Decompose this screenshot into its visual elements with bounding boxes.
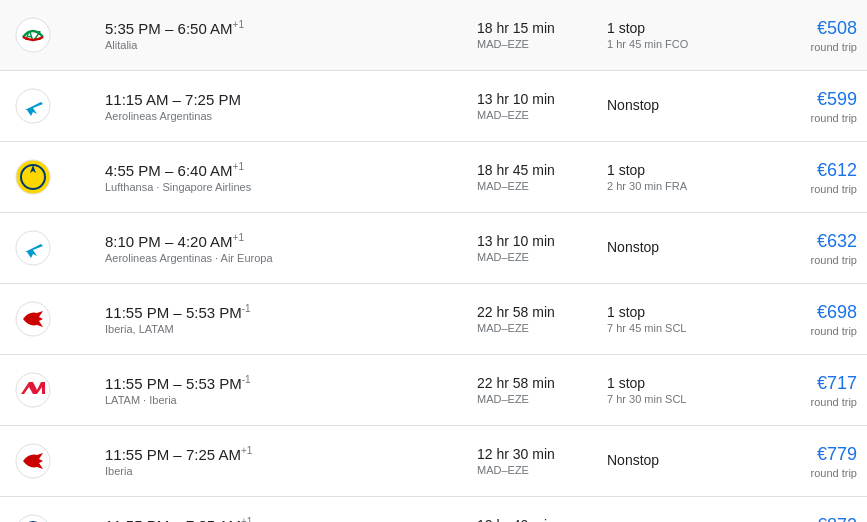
flight-price: €779 <box>757 444 857 465</box>
airline-name: Aerolineas Argentinas · Air Europa <box>105 252 477 264</box>
flight-duration: 22 hr 58 min <box>477 375 607 391</box>
flight-price: €717 <box>757 373 857 394</box>
flight-duration: 13 hr 10 min <box>477 233 607 249</box>
flight-times: 5:35 PM – 6:50 AM+1 <box>105 19 477 37</box>
flight-route: MAD–EZE <box>477 180 607 192</box>
flight-times: 8:10 PM – 4:20 AM+1 <box>105 232 477 250</box>
times-col: 11:55 PM – 5:53 PM-1 LATAM · Iberia <box>100 374 477 406</box>
stops-col: 1 stop 7 hr 30 min SCL <box>607 375 757 405</box>
airline-logo-col: AZ <box>10 12 100 58</box>
times-col: 8:10 PM – 4:20 AM+1 Aerolineas Argentina… <box>100 232 477 264</box>
airline-logo-col <box>10 225 100 271</box>
airline-logo-col <box>10 438 100 484</box>
duration-col: 18 hr 45 min MAD–EZE <box>477 162 607 192</box>
flight-row[interactable]: 11:55 PM – 5:53 PM-1 LATAM · Iberia 22 h… <box>0 355 867 426</box>
flight-duration: 18 hr 45 min <box>477 162 607 178</box>
flight-route: MAD–EZE <box>477 322 607 334</box>
price-col: €612 round trip <box>757 160 857 195</box>
flight-times: 11:55 PM – 7:35 AM+1 <box>105 516 477 522</box>
airline-name: LATAM · Iberia <box>105 394 477 406</box>
svg-point-9 <box>16 515 50 522</box>
times-col: 5:35 PM – 6:50 AM+1 Alitalia <box>100 19 477 51</box>
stops-label: 1 stop <box>607 304 757 320</box>
duration-col: 22 hr 58 min MAD–EZE <box>477 304 607 334</box>
airline-logo <box>10 154 56 200</box>
flight-row[interactable]: 11:15 AM – 7:25 PM Aerolineas Argentinas… <box>0 71 867 142</box>
stops-col: 1 stop 1 hr 45 min FCO <box>607 20 757 50</box>
airline-logo <box>10 367 56 413</box>
stops-col: 1 stop 7 hr 45 min SCL <box>607 304 757 334</box>
flight-row[interactable]: AZ 5:35 PM – 6:50 AM+1 Alitalia 18 hr 15… <box>0 0 867 71</box>
times-col: 4:55 PM – 6:40 AM+1 Lufthansa · Singapor… <box>100 161 477 193</box>
price-col: €632 round trip <box>757 231 857 266</box>
duration-col: 13 hr 10 min MAD–EZE <box>477 233 607 263</box>
price-label: round trip <box>757 467 857 479</box>
price-col: €717 round trip <box>757 373 857 408</box>
price-col: €872 round trip <box>757 515 857 523</box>
flight-route: MAD–EZE <box>477 109 607 121</box>
flight-times: 11:15 AM – 7:25 PM <box>105 91 477 108</box>
price-label: round trip <box>757 183 857 195</box>
duration-col: 12 hr 30 min MAD–EZE <box>477 446 607 476</box>
flight-route: MAD–EZE <box>477 393 607 405</box>
times-col: 11:15 AM – 7:25 PM Aerolineas Argentinas <box>100 91 477 122</box>
flight-price: €872 <box>757 515 857 523</box>
price-label: round trip <box>757 325 857 337</box>
flight-row[interactable]: 11:55 PM – 5:53 PM-1 Iberia, LATAM 22 hr… <box>0 284 867 355</box>
flight-price: €698 <box>757 302 857 323</box>
flight-price: €632 <box>757 231 857 252</box>
stops-label: 1 stop <box>607 375 757 391</box>
flight-list: AZ 5:35 PM – 6:50 AM+1 Alitalia 18 hr 15… <box>0 0 867 522</box>
duration-col: 13 hr 10 min MAD–EZE <box>477 91 607 121</box>
airline-logo-col <box>10 154 100 200</box>
airline-logo <box>10 225 56 271</box>
price-col: €779 round trip <box>757 444 857 479</box>
flight-row[interactable]: 11:55 PM – 7:25 AM+1 Iberia 12 hr 30 min… <box>0 426 867 497</box>
stops-label: 1 stop <box>607 20 757 36</box>
flight-route: MAD–EZE <box>477 464 607 476</box>
airline-logo: AZ <box>10 12 56 58</box>
stops-col: Nonstop <box>607 239 757 257</box>
flight-price: €612 <box>757 160 857 181</box>
flight-times: 11:55 PM – 5:53 PM-1 <box>105 374 477 392</box>
stops-label: Nonstop <box>607 97 757 113</box>
duration-col: 18 hr 15 min MAD–EZE <box>477 20 607 50</box>
flight-times: 11:55 PM – 7:25 AM+1 <box>105 445 477 463</box>
times-col: 11:55 PM – 5:53 PM-1 Iberia, LATAM <box>100 303 477 335</box>
stops-label: Nonstop <box>607 239 757 255</box>
airline-logo-col <box>10 367 100 413</box>
duration-col: 22 hr 58 min MAD–EZE <box>477 375 607 405</box>
price-col: €698 round trip <box>757 302 857 337</box>
flight-duration: 18 hr 15 min <box>477 20 607 36</box>
airline-name: Iberia <box>105 465 477 477</box>
flight-row[interactable]: 4:55 PM – 6:40 AM+1 Lufthansa · Singapor… <box>0 142 867 213</box>
flight-row[interactable]: 11:55 PM – 7:35 AM+1 Air Europa · Aeroli… <box>0 497 867 522</box>
stops-label: Nonstop <box>607 452 757 468</box>
flight-duration: 22 hr 58 min <box>477 304 607 320</box>
airline-name: Aerolineas Argentinas <box>105 110 477 122</box>
stops-col: 1 stop 2 hr 30 min FRA <box>607 162 757 192</box>
times-col: 11:55 PM – 7:25 AM+1 Iberia <box>100 445 477 477</box>
flight-row[interactable]: 8:10 PM – 4:20 AM+1 Aerolineas Argentina… <box>0 213 867 284</box>
airline-name: Alitalia <box>105 39 477 51</box>
flight-price: €599 <box>757 89 857 110</box>
price-label: round trip <box>757 254 857 266</box>
flight-duration: 12 hr 40 min <box>477 517 607 522</box>
airline-logo-col <box>10 509 100 522</box>
price-label: round trip <box>757 112 857 124</box>
flight-route: MAD–EZE <box>477 38 607 50</box>
flight-price: €508 <box>757 18 857 39</box>
airline-logo-col <box>10 296 100 342</box>
airline-logo <box>10 296 56 342</box>
price-col: €599 round trip <box>757 89 857 124</box>
price-label: round trip <box>757 396 857 408</box>
stop-detail: 7 hr 30 min SCL <box>607 393 757 405</box>
stop-detail: 7 hr 45 min SCL <box>607 322 757 334</box>
flight-duration: 12 hr 30 min <box>477 446 607 462</box>
flight-times: 4:55 PM – 6:40 AM+1 <box>105 161 477 179</box>
airline-name: Iberia, LATAM <box>105 323 477 335</box>
stop-detail: 2 hr 30 min FRA <box>607 180 757 192</box>
stops-col: Nonstop <box>607 452 757 470</box>
airline-logo <box>10 509 56 522</box>
airline-logo <box>10 438 56 484</box>
